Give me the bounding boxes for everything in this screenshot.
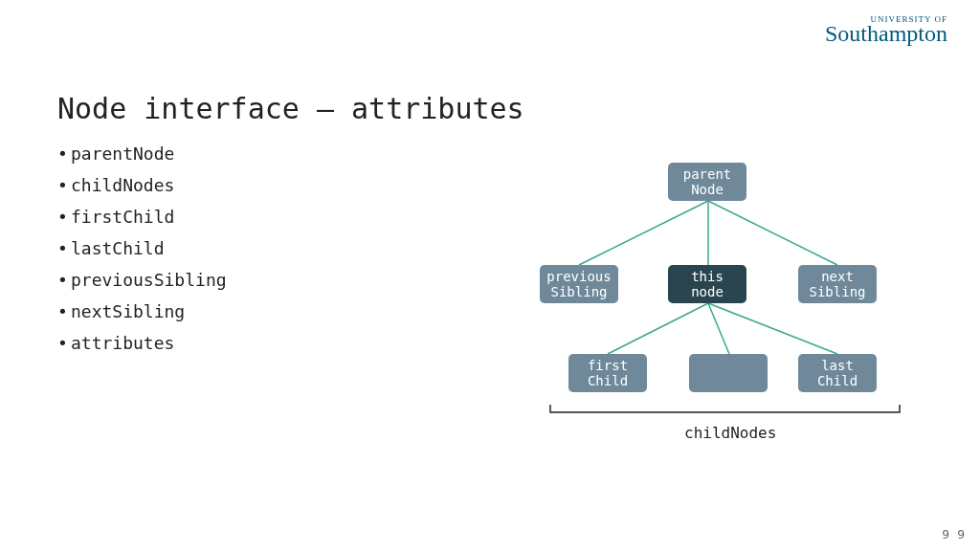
node-parent: parent Node bbox=[668, 163, 746, 201]
list-item-label: previousSibling bbox=[71, 270, 227, 290]
node-previous-sibling: previous Sibling bbox=[540, 265, 618, 303]
page-number: 9 bbox=[942, 527, 949, 541]
attributes-list: •parentNode •childNodes •firstChild •las… bbox=[57, 143, 227, 364]
list-item: •lastChild bbox=[57, 238, 227, 258]
list-item: •parentNode bbox=[57, 143, 227, 164]
list-item: •childNodes bbox=[57, 175, 227, 195]
node-next-sibling: next Sibling bbox=[798, 265, 877, 303]
node-label: Sibling bbox=[540, 284, 618, 299]
node-label: Child bbox=[798, 373, 877, 388]
node-first-child: first Child bbox=[568, 354, 647, 392]
node-label: previous bbox=[540, 269, 618, 284]
svg-line-0 bbox=[579, 201, 708, 265]
node-label: node bbox=[668, 284, 746, 299]
node-label: Node bbox=[668, 182, 746, 197]
list-item-label: parentNode bbox=[71, 143, 174, 164]
node-label: this bbox=[668, 269, 746, 284]
node-label: Child bbox=[568, 373, 647, 388]
node-tree-diagram: parent Node previous Sibling this node n… bbox=[517, 158, 928, 464]
childnodes-bracket-label: childNodes bbox=[684, 424, 776, 442]
svg-line-3 bbox=[608, 303, 708, 354]
list-item-label: nextSibling bbox=[71, 301, 185, 321]
node-label: first bbox=[568, 358, 647, 373]
logo-line2: Southampton bbox=[825, 22, 947, 45]
university-logo: UNIVERSITY OF Southampton bbox=[825, 15, 947, 45]
node-middle-child bbox=[689, 354, 768, 392]
list-item-label: attributes bbox=[71, 333, 174, 353]
tree-edges bbox=[517, 158, 928, 464]
node-label: next bbox=[798, 269, 877, 284]
node-last-child: last Child bbox=[798, 354, 877, 392]
list-item: •previousSibling bbox=[57, 270, 227, 290]
list-item: •attributes bbox=[57, 333, 227, 353]
node-label: parent bbox=[668, 166, 746, 182]
node-label: Sibling bbox=[798, 284, 877, 299]
list-item-label: firstChild bbox=[71, 207, 174, 227]
node-label: last bbox=[798, 358, 877, 373]
page-number: 9 bbox=[957, 527, 965, 541]
list-item: •firstChild bbox=[57, 207, 227, 227]
list-item-label: childNodes bbox=[71, 175, 174, 195]
page-title: Node interface – attributes bbox=[57, 92, 524, 125]
svg-line-5 bbox=[708, 303, 837, 354]
node-this: this node bbox=[668, 265, 746, 303]
svg-line-2 bbox=[708, 201, 837, 265]
list-item-label: lastChild bbox=[71, 238, 165, 258]
list-item: •nextSibling bbox=[57, 301, 227, 321]
